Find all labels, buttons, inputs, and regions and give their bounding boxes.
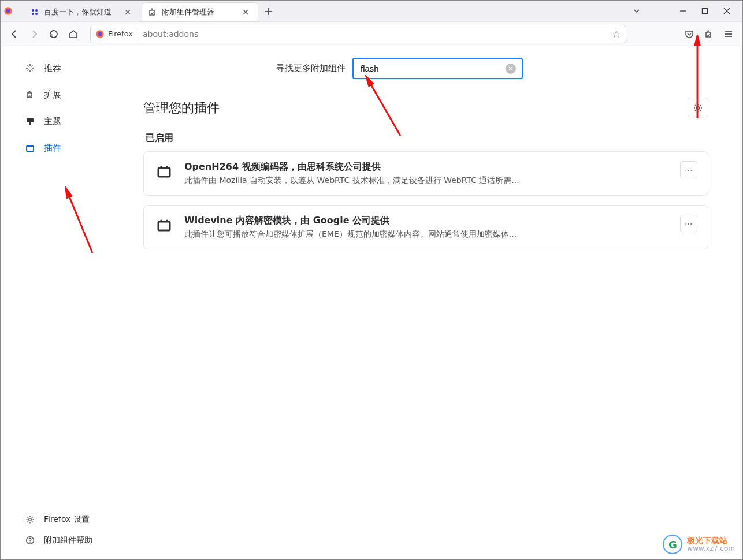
sidebar-item-recommend[interactable]: 推荐 <box>21 57 140 80</box>
url-identity[interactable]: Firefox <box>95 29 138 39</box>
sparkle-icon <box>24 62 36 74</box>
plugin-more-button[interactable]: ⋯ <box>680 215 697 232</box>
svg-point-11 <box>98 32 102 36</box>
sidebar-label: 扩展 <box>44 89 61 100</box>
svg-rect-7 <box>703 8 708 13</box>
main-panel: 寻找更多附加组件 ✕ 管理您的插件 已启用 OpenH264 视频编码器，由思科… <box>143 46 743 560</box>
sidebar-label: 插件 <box>44 143 61 154</box>
svg-rect-23 <box>158 222 170 230</box>
puzzle-icon <box>148 8 157 17</box>
tab-close-button[interactable]: ✕ <box>121 6 134 18</box>
plugin-icon <box>154 161 174 181</box>
tab-baidu[interactable]: 百度一下，你就知道 ✕ <box>24 3 140 21</box>
plugin-name: Widevine 内容解密模块，由 Google 公司提供 <box>184 215 670 227</box>
puzzle-icon <box>24 89 36 100</box>
plugin-description: 此插件由 Mozilla 自动安装，以遵从 WebRTC 技术标准，满足设备进行… <box>184 176 670 186</box>
plugin-icon <box>154 215 174 234</box>
pocket-button[interactable] <box>679 24 699 44</box>
watermark-brand: 极光下载站 <box>687 536 735 545</box>
window-close[interactable] <box>716 2 737 20</box>
tab-list-button[interactable] <box>626 2 647 20</box>
svg-point-20 <box>29 542 30 543</box>
tab-addons[interactable]: 附加组件管理器 ✕ <box>142 3 258 21</box>
plugin-card[interactable]: Widevine 内容解密模块，由 Google 公司提供 此插件让您可播放符合… <box>143 205 708 249</box>
home-button[interactable] <box>64 24 83 44</box>
svg-point-4 <box>32 13 34 15</box>
sidebar-label: 推荐 <box>44 63 61 74</box>
addon-search-input[interactable] <box>359 63 501 74</box>
addons-settings-button[interactable] <box>688 98 708 118</box>
tab-title: 百度一下，你就知道 <box>44 7 117 17</box>
section-enabled: 已启用 <box>146 132 708 144</box>
sidebar-item-extensions[interactable]: 扩展 <box>21 83 140 106</box>
url-bar[interactable]: Firefox about:addons ☆ <box>90 25 626 43</box>
svg-rect-17 <box>27 146 34 151</box>
url-text: about:addons <box>143 29 607 39</box>
svg-point-1 <box>6 9 10 13</box>
addon-search-box[interactable]: ✕ <box>352 58 523 79</box>
clear-search-button[interactable]: ✕ <box>506 64 516 74</box>
search-label: 寻找更多附加组件 <box>276 63 346 74</box>
sidebar-item-settings[interactable]: Firefox 设置 <box>21 510 140 529</box>
tab-title: 附加组件管理器 <box>162 7 235 17</box>
toolbar: Firefox about:addons ☆ <box>0 22 743 46</box>
question-icon <box>24 535 36 546</box>
back-button[interactable] <box>5 24 24 44</box>
window-minimize[interactable] <box>673 2 693 20</box>
plugin-icon <box>24 142 36 154</box>
tab-strip: 百度一下，你就知道 ✕ 附加组件管理器 ✕ + <box>0 0 743 22</box>
sidebar-label: Firefox 设置 <box>44 514 90 525</box>
plugin-description: 此插件让您可播放符合加密媒体扩展（EME）规范的加密媒体内容。网站通常使用加密媒… <box>184 229 670 240</box>
sidebar-item-help[interactable]: 附加组件帮助 <box>21 531 140 550</box>
svg-point-5 <box>35 13 38 15</box>
watermark-url: www.xz7.com <box>687 545 735 552</box>
sidebar-item-plugins[interactable]: 插件 <box>21 136 140 159</box>
watermark-logo: G <box>663 535 682 554</box>
url-prefix-label: Firefox <box>108 29 133 38</box>
window-maximize[interactable] <box>694 2 715 20</box>
plugin-card[interactable]: OpenH264 视频编码器，由思科系统公司提供 此插件由 Mozilla 自动… <box>143 151 708 196</box>
svg-rect-15 <box>27 118 34 122</box>
tab-close-button[interactable]: ✕ <box>239 6 252 18</box>
firefox-icon <box>3 6 13 16</box>
sidebar-label: 主题 <box>44 116 61 127</box>
baidu-favicon <box>30 8 39 17</box>
sidebar: 推荐 扩展 主题 插件 Firefox 设置 附加组件帮助 <box>0 46 143 560</box>
reload-button[interactable] <box>44 24 64 44</box>
sidebar-label: 附加组件帮助 <box>44 535 92 546</box>
plugin-more-button[interactable]: ⋯ <box>680 161 697 178</box>
app-menu-button[interactable] <box>719 24 738 44</box>
bookmark-button[interactable]: ☆ <box>612 28 621 40</box>
addons-content: 推荐 扩展 主题 插件 Firefox 设置 附加组件帮助 <box>0 46 743 560</box>
svg-point-21 <box>697 107 700 110</box>
forward-button[interactable] <box>24 24 44 44</box>
paint-icon <box>24 115 36 127</box>
svg-rect-16 <box>29 122 31 125</box>
page-title: 管理您的插件 <box>143 99 688 117</box>
extensions-toolbar-button[interactable] <box>699 24 719 44</box>
svg-point-2 <box>32 9 34 12</box>
gear-icon <box>24 514 36 525</box>
watermark: G 极光下载站 www.xz7.com <box>663 535 735 554</box>
plugin-name: OpenH264 视频编码器，由思科系统公司提供 <box>184 161 670 173</box>
new-tab-button[interactable]: + <box>260 2 277 20</box>
svg-rect-22 <box>158 168 170 177</box>
svg-point-18 <box>29 518 31 521</box>
svg-point-3 <box>35 9 38 12</box>
sidebar-item-themes[interactable]: 主题 <box>21 110 140 133</box>
